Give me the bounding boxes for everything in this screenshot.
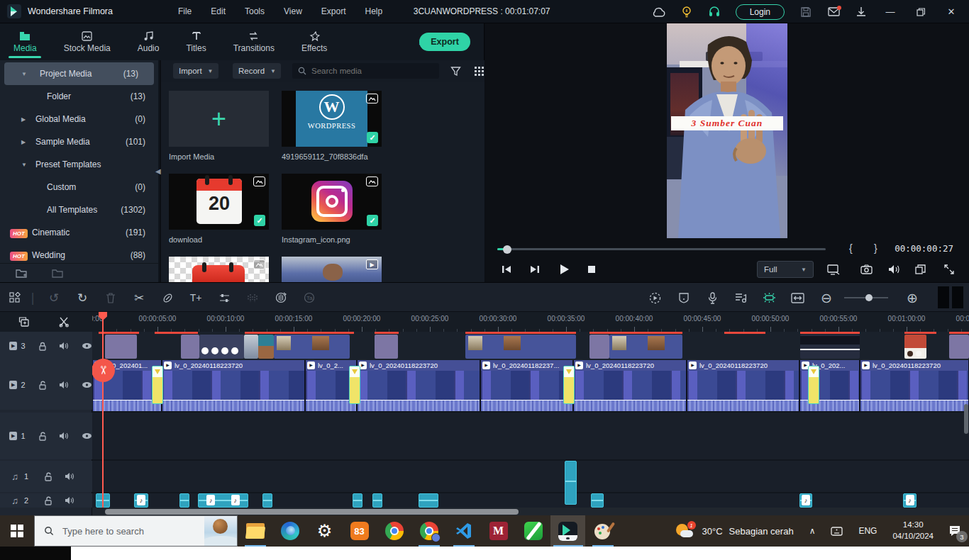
- taskbar-weather[interactable]: 1 30°C Sebagian cerah: [675, 521, 794, 541]
- tab-titles[interactable]: Titles: [172, 23, 219, 60]
- audio2-clip[interactable]: [179, 493, 189, 508]
- taskbar-app-edge[interactable]: [272, 515, 307, 547]
- track-visibility-icon[interactable]: [82, 381, 92, 388]
- track3-clip-dots[interactable]: [199, 335, 244, 359]
- panel-collapse-arrow[interactable]: ◀: [155, 162, 163, 180]
- seek-handle[interactable]: [503, 245, 511, 254]
- audio2-clip[interactable]: [419, 493, 438, 508]
- media-item-download[interactable]: 20✓: [169, 174, 269, 230]
- lock-open-icon[interactable]: [44, 496, 52, 505]
- folder-icon[interactable]: [52, 268, 64, 278]
- audio2-clip[interactable]: [353, 493, 362, 508]
- mark-out-button[interactable]: }: [874, 242, 877, 254]
- lock-open-icon[interactable]: [38, 432, 47, 441]
- record-dropdown[interactable]: Record▼: [233, 63, 281, 79]
- preview-video[interactable]: 3 Sumber Cuan: [667, 23, 787, 238]
- sidebar-item-cinematic[interactable]: HOTCinematic(191): [0, 221, 158, 244]
- delete-icon[interactable]: [101, 283, 121, 313]
- new-folder-icon[interactable]: [16, 268, 28, 278]
- notification-center[interactable]: 3: [941, 515, 969, 547]
- color-speed-icon[interactable]: [271, 283, 291, 313]
- lock-open-icon[interactable]: [44, 472, 52, 481]
- zoom-slider-handle[interactable]: [865, 294, 873, 301]
- transition-marker[interactable]: [152, 366, 163, 404]
- lock-closed-icon[interactable]: [38, 342, 47, 351]
- workspace-layout-icon[interactable]: [6, 283, 24, 313]
- touch-keyboard-icon[interactable]: [831, 526, 843, 537]
- menu-export[interactable]: Export: [321, 6, 346, 16]
- audio2-clip[interactable]: [262, 493, 272, 508]
- chevron-down-icon[interactable]: ▼: [21, 71, 28, 77]
- track3-clip-purple[interactable]: [105, 335, 137, 359]
- track-mute-icon[interactable]: [65, 496, 74, 505]
- track3-clip-photo[interactable]: [244, 335, 258, 359]
- audio2-clip[interactable]: ♪: [903, 493, 917, 508]
- lock-open-icon[interactable]: [38, 381, 47, 390]
- vertical-scrollbar[interactable]: [964, 404, 968, 434]
- previous-frame-button[interactable]: [498, 257, 515, 282]
- tab-effects[interactable]: Effects: [288, 23, 340, 60]
- track3-clip-tealbrown[interactable]: [258, 335, 274, 359]
- audio2-clip[interactable]: ♪: [134, 493, 148, 508]
- media-item-instagram-icon-png[interactable]: ✓: [282, 174, 382, 230]
- track-header-audio-1[interactable]: ♫1: [0, 461, 92, 492]
- split-scissors-icon[interactable]: ✂: [129, 283, 149, 313]
- save-icon[interactable]: [795, 4, 816, 21]
- track2-video-clip[interactable]: ▶lv_0_202401182237...: [480, 360, 573, 411]
- sidebar-item-global-media[interactable]: ▶Global Media(0): [0, 108, 158, 130]
- mark-in-button[interactable]: {: [849, 242, 853, 254]
- taskbar-app-filmora[interactable]: [550, 515, 585, 547]
- playhead-line[interactable]: [102, 312, 104, 508]
- track2-video-clip[interactable]: ▶lv_0_20240118223720: [860, 360, 969, 411]
- fit-timeline-icon[interactable]: [787, 283, 807, 313]
- preview-zoom-select[interactable]: Full▼: [757, 261, 814, 278]
- timeline-content[interactable]: 00:00:0000:00:05:0000:00:10:0000:00:15:0…: [92, 312, 969, 515]
- taskbar-app-paint[interactable]: [585, 515, 620, 547]
- cloud-icon[interactable]: [648, 4, 670, 21]
- taskbar-clock[interactable]: 14:3004/10/2024: [892, 520, 934, 542]
- media-item-4919659112-70f8836dfa[interactable]: WWORDPRESS✓: [282, 91, 382, 147]
- track-header-video-1[interactable]: ▶1: [0, 413, 92, 459]
- track3-clip-darkline[interactable]: [800, 335, 860, 359]
- tab-media[interactable]: Media: [0, 23, 50, 60]
- audio2-clip[interactable]: ♪♪: [198, 493, 248, 508]
- track3-clip-purple[interactable]: [181, 335, 199, 359]
- chevron-right-icon[interactable]: ▶: [21, 139, 28, 145]
- start-button[interactable]: [0, 515, 34, 547]
- snapshot-camera-icon[interactable]: [857, 257, 875, 282]
- media-item-import-media[interactable]: +: [169, 91, 269, 147]
- close-button[interactable]: ✕: [939, 3, 963, 21]
- media-search[interactable]: [292, 63, 439, 79]
- redo-icon[interactable]: ↻: [72, 283, 92, 313]
- timeline-ruler[interactable]: 00:00:0000:00:05:0000:00:10:0000:00:15:0…: [92, 312, 969, 332]
- track-header-video-2[interactable]: ▶2: [0, 360, 92, 410]
- media-search-input[interactable]: [311, 67, 425, 75]
- track2-video-clip[interactable]: ▶lv_0_20240118223720: [162, 360, 305, 411]
- restore-button[interactable]: [909, 3, 933, 21]
- menu-view[interactable]: View: [284, 6, 302, 16]
- language-indicator[interactable]: ENG: [858, 526, 877, 536]
- playhead-scissors-cursor[interactable]: ✂: [92, 359, 115, 382]
- crop-clip-icon[interactable]: [157, 283, 177, 313]
- track-mute-icon[interactable]: [59, 432, 69, 440]
- undo-icon[interactable]: ↺: [44, 283, 64, 313]
- transition-marker[interactable]: [563, 366, 575, 404]
- sidebar-item-sample-media[interactable]: ▶Sample Media(101): [0, 130, 158, 153]
- add-text-icon[interactable]: T+: [186, 283, 206, 313]
- layout-icon[interactable]: [911, 257, 929, 282]
- quick-split-mode-icon[interactable]: [759, 283, 779, 313]
- transition-marker[interactable]: [808, 366, 819, 404]
- zoom-in-icon[interactable]: ⊕: [902, 283, 922, 313]
- track3-clip-blue[interactable]: [274, 335, 350, 359]
- adjust-sliders-icon[interactable]: [214, 283, 234, 313]
- voiceover-mic-icon[interactable]: [702, 283, 722, 313]
- media-item-videothumb[interactable]: ▶: [282, 257, 382, 282]
- zoom-out-icon[interactable]: ⊖: [816, 283, 836, 313]
- play-button[interactable]: [555, 257, 573, 282]
- download-icon[interactable]: [851, 4, 872, 21]
- sidebar-item-project-media[interactable]: ▼Project Media(13): [4, 62, 154, 85]
- audio1-clip[interactable]: [565, 461, 577, 505]
- theme-lightbulb-icon[interactable]: [676, 4, 697, 21]
- chevron-down-icon[interactable]: ▼: [21, 162, 28, 168]
- track-visibility-icon[interactable]: [82, 432, 92, 439]
